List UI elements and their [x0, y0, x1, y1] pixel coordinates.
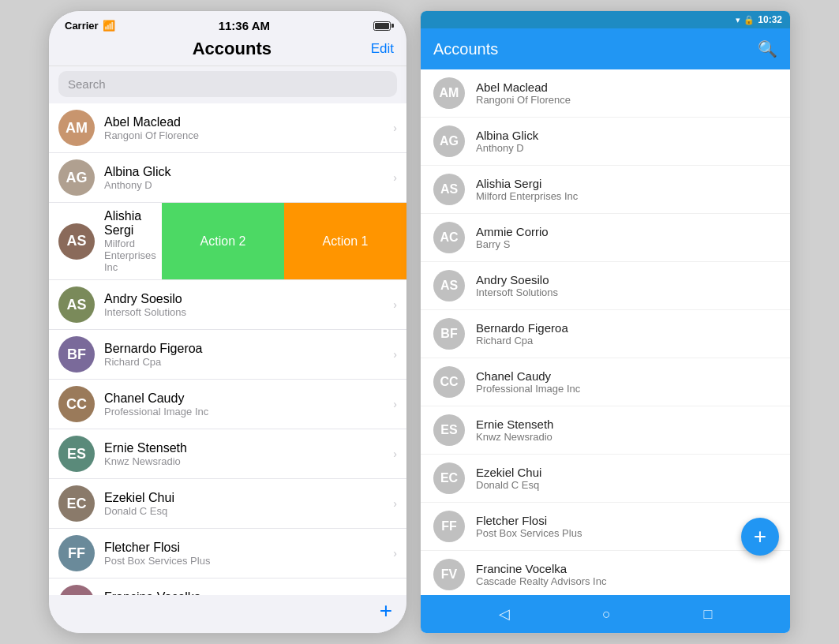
ios-list-item[interactable]: AGAlbina GlickAnthony D›	[49, 153, 406, 203]
android-status-icons: ▾ 🔒 10:32	[736, 14, 782, 25]
ios-avatar: AM	[58, 110, 95, 146]
ios-list-item[interactable]: ESErnie StensethKnwz Newsradio›	[49, 429, 406, 479]
android-list-item[interactable]: AMAbel MacleadRangoni Of Florence	[421, 69, 790, 118]
ios-avatar: AG	[58, 159, 95, 196]
android-item-name: Abel Maclead	[476, 80, 777, 94]
ios-page-title: Accounts	[193, 39, 272, 59]
android-avatar: AC	[433, 222, 465, 253]
android-list-item[interactable]: BFBernardo FigeroaRichard Cpa	[421, 310, 790, 358]
android-item-company: Anthony D	[476, 142, 777, 154]
android-avatar: AG	[433, 125, 465, 157]
ios-avatar: CC	[58, 386, 95, 422]
battery-icon	[373, 21, 391, 31]
ios-item-company: Knwz Newsradio	[104, 455, 393, 467]
android-status-bar: ▾ 🔒 10:32	[421, 11, 790, 28]
ios-chevron-icon: ›	[393, 122, 397, 134]
ios-chevron-icon: ›	[393, 398, 397, 410]
ios-chevron-icon: ›	[393, 348, 397, 361]
ios-item-name: Ernie Stenseth	[104, 441, 393, 455]
ios-avatar: FF	[58, 535, 95, 571]
ios-add-button[interactable]: +	[380, 598, 392, 623]
android-item-company: Post Box Services Plus	[476, 527, 777, 539]
android-avatar: BF	[433, 318, 465, 350]
android-home-icon[interactable]: ○	[602, 606, 611, 623]
ios-list-item[interactable]: BFBernardo FigeroaRichard Cpa›	[49, 330, 406, 380]
ios-item-name: Alishia Sergi	[104, 209, 156, 238]
android-panel: ▾ 🔒 10:32 Accounts 🔍 AMAbel MacleadRango…	[420, 10, 791, 634]
android-avatar: ES	[433, 414, 465, 446]
android-item-name: Fletcher Flosi	[476, 514, 777, 527]
android-avatar: FV	[433, 559, 465, 590]
ios-nav-bar: Accounts Edit	[49, 36, 406, 66]
ios-item-name: Fletcher Flosi	[104, 541, 393, 555]
ios-item-company: Rangoni Of Florence	[104, 129, 393, 141]
ios-item-name: Ezekiel Chui	[104, 491, 393, 505]
android-item-name: Ezekiel Chui	[476, 466, 777, 479]
android-list-item[interactable]: FFFletcher FlosiPost Box Services Plus	[421, 503, 790, 551]
android-fab-button[interactable]: +	[741, 518, 779, 556]
android-item-name: Andry Soesilo	[476, 273, 777, 286]
ios-item-name: Andry Soesilo	[104, 292, 393, 306]
ios-list-item[interactable]: FVFrancine VocelkaCascade Realty Advisor…	[49, 578, 406, 595]
ios-action1-button[interactable]: Action 1	[284, 203, 406, 279]
ios-action2-button[interactable]: Action 2	[162, 203, 284, 279]
android-item-name: Alishia Sergi	[476, 177, 777, 190]
ios-search-input[interactable]	[58, 71, 397, 97]
ios-status-left: Carrier 📶	[65, 20, 115, 32]
android-avatar: FF	[433, 511, 465, 542]
android-list-item[interactable]: ECEzekiel ChuiDonald C Esq	[421, 455, 790, 503]
android-list-item[interactable]: ASAndry SoesiloIntersoft Solutions	[421, 262, 790, 310]
android-list-item[interactable]: CCChanel CaudyProfessional Image Inc	[421, 358, 790, 406]
ios-avatar: ES	[58, 436, 95, 472]
ios-item-name: Albina Glick	[104, 165, 393, 179]
ios-chevron-icon: ›	[393, 447, 397, 460]
android-item-name: Albina Glick	[476, 129, 777, 142]
android-item-company: Knwz Newsradio	[476, 431, 777, 443]
android-item-name: Ernie Stenseth	[476, 417, 777, 431]
ios-swipe-row: ASAlishia SergiMilford Enterprises IncAc…	[49, 203, 406, 280]
android-item-name: Ammie Corrio	[476, 225, 777, 238]
ios-avatar: AS	[58, 223, 95, 260]
ios-list-item[interactable]: ECEzekiel ChuiDonald C Esq›	[49, 479, 406, 529]
ios-search-bar	[49, 66, 406, 103]
ios-item-company: Anthony D	[104, 179, 393, 191]
android-item-company: Donald C Esq	[476, 479, 777, 491]
android-item-company: Rangoni Of Florence	[476, 94, 777, 106]
ios-list-item[interactable]: FFFletcher FlosiPost Box Services Plus›	[49, 529, 406, 578]
android-item-company: Cascade Realty Advisors Inc	[476, 575, 777, 587]
ios-status-right	[373, 21, 391, 31]
ios-status-bar: Carrier 📶 11:36 AM	[49, 11, 406, 36]
ios-edit-button[interactable]: Edit	[371, 41, 394, 57]
ios-list-item[interactable]: AMAbel MacleadRangoni Of Florence›	[49, 103, 406, 153]
ios-chevron-icon: ›	[393, 171, 397, 184]
ios-item-company: Donald C Esq	[104, 505, 393, 517]
android-list-item[interactable]: ASAlishia SergiMilford Enterprises Inc	[421, 166, 790, 214]
android-list-container: AMAbel MacleadRangoni Of FlorenceAGAlbin…	[421, 69, 790, 595]
ios-item-company: Intersoft Solutions	[104, 306, 393, 318]
android-toolbar: Accounts 🔍	[421, 28, 790, 69]
android-back-icon[interactable]: ◁	[499, 605, 510, 623]
android-list-item[interactable]: FVFrancine VocelkaCascade Realty Advisor…	[421, 551, 790, 595]
ios-contact-list: AMAbel MacleadRangoni Of Florence›AGAlbi…	[49, 103, 406, 595]
android-list-item[interactable]: ACAmmie CorrioBarry S	[421, 214, 790, 262]
ios-chevron-icon: ›	[393, 497, 397, 510]
ios-avatar: AS	[58, 286, 95, 323]
android-list-item[interactable]: AGAlbina GlickAnthony D	[421, 118, 790, 166]
android-avatar: AS	[433, 174, 465, 205]
ios-panel: Carrier 📶 11:36 AM Accounts Edit AMAbel …	[48, 10, 407, 634]
ios-list-item[interactable]: CCChanel CaudyProfessional Image Inc›	[49, 380, 406, 429]
ios-time: 11:36 AM	[219, 19, 270, 32]
android-item-name: Francine Vocelka	[476, 562, 777, 575]
ios-item-company: Post Box Services Plus	[104, 555, 393, 567]
android-signal-icon: 🔒	[743, 15, 755, 25]
android-recents-icon[interactable]: □	[703, 606, 712, 623]
android-search-icon[interactable]: 🔍	[758, 39, 777, 58]
wifi-icon: 📶	[103, 20, 115, 32]
ios-avatar: FV	[58, 585, 95, 595]
ios-list-item[interactable]: ASAndry SoesiloIntersoft Solutions›	[49, 280, 406, 330]
ios-item-company: Milford Enterprises Inc	[104, 238, 156, 273]
android-item-company: Barry S	[476, 238, 777, 250]
android-item-company: Milford Enterprises Inc	[476, 190, 777, 202]
android-list-item[interactable]: ESErnie StensethKnwz Newsradio	[421, 406, 790, 455]
ios-bottom-bar: +	[49, 595, 406, 633]
